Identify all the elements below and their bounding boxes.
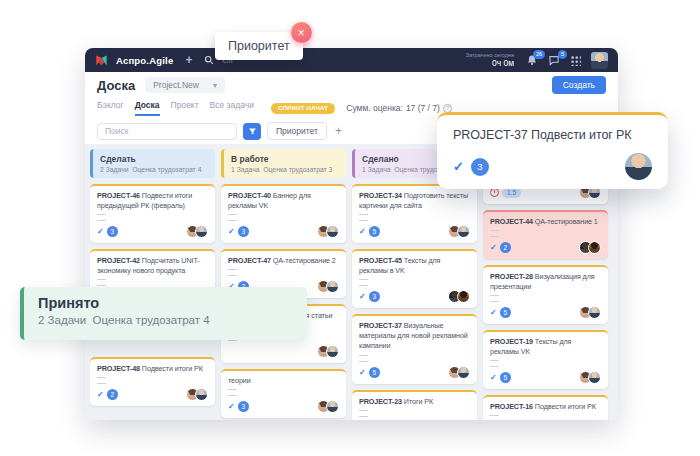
create-button[interactable]: Создать — [552, 76, 606, 94]
task-id: PROJECT-44 — [490, 217, 535, 226]
task-card[interactable]: PROJECT-16 Подвести итоги РК — [483, 395, 608, 420]
avatar — [195, 388, 208, 401]
priority-tooltip-label: Приоритет — [228, 39, 290, 53]
task-card[interactable]: PROJECT-40 Баннер для рекламы VK✓3 — [221, 184, 346, 243]
notifications-bell-icon[interactable]: 26 — [526, 54, 538, 66]
tab-board[interactable]: Доска — [135, 100, 160, 116]
accepted-meta: 2 Задачи Оценка трудозатрат 4 — [38, 314, 293, 326]
description-icon — [228, 389, 237, 396]
board-selector-value: Project.New — [153, 80, 199, 90]
avatar — [326, 280, 339, 293]
tab-backlog[interactable]: Бэклог — [97, 100, 124, 116]
time-spent-label: Затрачено сегодня — [466, 52, 514, 59]
description-icon — [359, 279, 368, 286]
task-id: PROJECT-34 — [359, 191, 404, 200]
estimate-badge: 3 — [369, 291, 380, 302]
estimate-badge: 5 — [369, 226, 380, 237]
column-title: В работе — [231, 154, 339, 164]
avatar — [588, 306, 601, 319]
task-card[interactable]: PROJECT-44 QA-тестирование 1✓2 — [483, 210, 608, 259]
board-toolbar: Доска Project.New ▾ Создать — [85, 72, 618, 98]
avatar — [457, 225, 470, 238]
task-card-title: PROJECT-40 Баннер для рекламы VK — [228, 191, 339, 211]
sprint-status-badge: СПРИНТ НАЧАТ — [271, 103, 335, 114]
task-card[interactable]: PROJECT-34 Подготовить тексты картинки д… — [352, 184, 477, 243]
task-id: PROJECT-48 — [97, 364, 142, 373]
column-title: Сделать — [100, 154, 208, 164]
page-title: Доска — [97, 78, 135, 93]
task-card[interactable]: PROJECT-46 Подвести итоги предыдущей РК … — [90, 184, 215, 243]
chevron-down-icon: ▾ — [213, 81, 217, 90]
add-icon[interactable]: + — [185, 53, 192, 67]
board-selector[interactable]: Project.New ▾ — [145, 77, 225, 93]
avatar — [457, 366, 470, 379]
summary-value: 17 (7 / 7) — [406, 103, 440, 113]
description-icon — [97, 279, 106, 286]
avatar — [588, 371, 601, 384]
board-column: В работе1 Задача Оценка трудозатрат 3PRO… — [221, 149, 346, 415]
estimate-badge: 5 — [500, 307, 511, 318]
search-input[interactable] — [97, 123, 237, 140]
task-id: PROJECT-19 — [490, 337, 535, 346]
task-card[interactable]: теории✓3 — [221, 369, 346, 418]
popup-task-title: PROJECT-37 Подвести итог РК — [453, 128, 652, 142]
check-icon: ✓ — [359, 227, 366, 236]
description-icon — [359, 214, 368, 221]
task-card-title: теории — [228, 376, 339, 386]
close-icon[interactable]: × — [291, 22, 312, 43]
priority-filter-chip[interactable]: Приоритет — [267, 122, 327, 140]
column-meta: 1 Задача Оценка трудозатрат 3 — [231, 166, 339, 173]
task-card-title: PROJECT-47 QA-тестирование 2 — [228, 256, 339, 266]
priority-tooltip: Приоритет × — [215, 32, 303, 60]
check-icon: ✓ — [228, 227, 235, 236]
top-navbar: Аспро.Agile + Сп Затрачено сегодня 0ч 0м… — [85, 48, 618, 72]
task-id: PROJECT-37 — [359, 321, 404, 330]
task-id: PROJECT-47 — [228, 256, 273, 265]
avatar — [326, 345, 339, 358]
column-header: Сделать2 Задачи Оценка трудозатрат 4 — [90, 149, 215, 178]
task-card[interactable]: PROJECT-28 Визуализация для презентации✓… — [483, 265, 608, 324]
estimate-badge: 5 — [500, 372, 511, 383]
column-meta: 2 Задачи Оценка трудозатрат 4 — [100, 166, 208, 173]
apps-grid-icon[interactable] — [570, 55, 581, 66]
accepted-column-drag-card: Принято 2 Задачи Оценка трудозатрат 4 — [20, 287, 307, 340]
description-icon — [490, 415, 499, 420]
estimate-badge: 3 — [107, 226, 118, 237]
task-id: PROJECT-42 — [97, 256, 142, 265]
user-avatar[interactable] — [591, 52, 608, 69]
board-column: Сделать2 Задачи Оценка трудозатрат 4PROJ… — [90, 149, 215, 415]
estimate-badge: 3 — [238, 401, 249, 412]
task-card[interactable]: PROJECT-19 Тексты для рекламы VK✓5 — [483, 330, 608, 389]
avatar — [195, 225, 208, 238]
estimate-badge: 2 — [107, 389, 118, 400]
avatar — [457, 290, 470, 303]
task-drag-popup[interactable]: PROJECT-37 Подвести итог РК ✓ 3 — [437, 112, 668, 189]
description-icon — [228, 269, 237, 276]
task-card-title: PROJECT-28 Визуализация для презентации — [490, 272, 601, 292]
add-filter-icon[interactable]: + — [335, 124, 342, 138]
task-card-title: PROJECT-45 Тексты для рекламы в VK — [359, 256, 470, 276]
task-card-title: PROJECT-16 Подвести итоги РК — [490, 402, 601, 412]
estimate-badge: 3 — [471, 158, 489, 176]
estimate-badge: 1.5 — [502, 188, 521, 198]
task-card-title: PROJECT-44 QA-тестирование 1 — [490, 217, 601, 227]
task-card[interactable]: PROJECT-45 Тексты для рекламы в VK✓3 — [352, 249, 477, 308]
filter-button[interactable] — [243, 123, 261, 140]
task-card[interactable]: PROJECT-48 Подвести итоги РК✓2 — [90, 357, 215, 406]
tab-all-tasks[interactable]: Все задачи — [210, 100, 254, 116]
task-card[interactable]: PROJECT-23 Итоги РК✓5 — [352, 390, 477, 420]
column-header: В работе1 Задача Оценка трудозатрат 3 — [221, 149, 346, 178]
tab-project[interactable]: Проект — [171, 100, 199, 116]
funnel-icon — [248, 127, 257, 136]
description-icon — [359, 355, 368, 362]
summary-label: Сумм. оценка: — [346, 103, 403, 113]
avatar — [588, 241, 601, 254]
task-card-title: PROJECT-19 Тексты для рекламы VK — [490, 337, 601, 357]
description-icon — [97, 377, 106, 384]
time-tracker: Затрачено сегодня 0ч 0м — [466, 52, 514, 69]
summary-estimate: Сумм. оценка: 17 (7 / 7) ? — [346, 103, 452, 113]
messages-icon[interactable]: 5 — [548, 54, 560, 66]
task-id: PROJECT-46 — [97, 191, 142, 200]
search-icon[interactable] — [204, 55, 214, 65]
task-card[interactable]: PROJECT-37 Визуальные материалы для ново… — [352, 314, 477, 383]
